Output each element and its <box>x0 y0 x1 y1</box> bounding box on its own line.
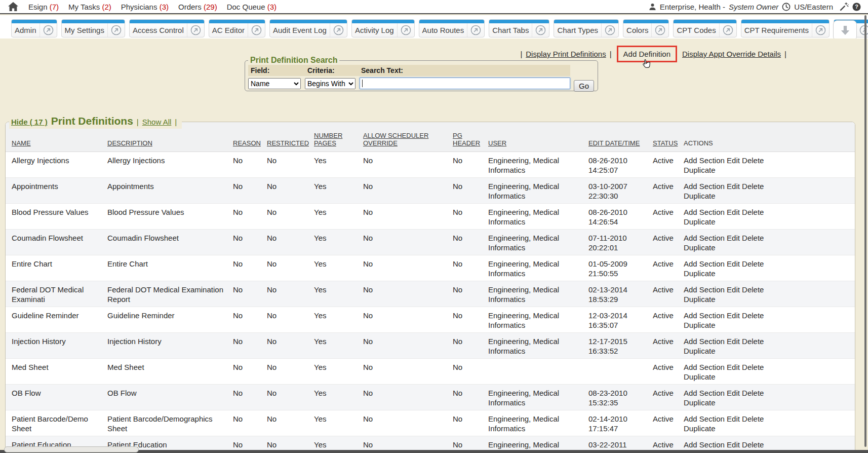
horizontal-scrollbar-thumb[interactable] <box>4 446 139 452</box>
action-edit[interactable]: Edit <box>727 234 740 242</box>
action-add-section[interactable]: Add Section <box>684 208 725 216</box>
search-text-input[interactable] <box>360 78 570 89</box>
action-add-section[interactable]: Add Section <box>684 311 725 320</box>
tab-access-control[interactable]: Access Control <box>129 19 205 37</box>
action-edit[interactable]: Edit <box>727 285 740 294</box>
action-add-section[interactable]: Add Section <box>684 156 725 165</box>
action-add-section[interactable]: Add Section <box>684 414 725 423</box>
column-header-edit-date-time[interactable]: EDIT DATE/TIME <box>585 122 650 152</box>
nav-orders[interactable]: Orders (29) <box>178 3 217 11</box>
go-button[interactable]: Go <box>574 80 594 92</box>
open-in-new-icon[interactable] <box>815 25 826 35</box>
nav-count-badge: (3) <box>265 3 277 11</box>
action-duplicate[interactable]: Duplicate <box>684 243 716 252</box>
action-edit[interactable]: Edit <box>727 208 740 216</box>
tab-admin[interactable]: Admin <box>11 19 57 37</box>
tab-my-settings[interactable]: My Settings <box>61 19 125 37</box>
action-delete[interactable]: Delete <box>742 234 764 242</box>
action-delete[interactable]: Delete <box>742 414 764 423</box>
action-delete[interactable]: Delete <box>742 311 764 320</box>
action-duplicate[interactable]: Duplicate <box>684 166 716 174</box>
open-in-new-icon[interactable] <box>111 25 122 35</box>
open-in-new-icon[interactable] <box>655 25 665 35</box>
display-appt-override-details-link[interactable]: Display Appt Override Details <box>682 50 781 58</box>
action-delete[interactable]: Delete <box>742 285 764 294</box>
more-tabs-button[interactable] <box>833 20 857 39</box>
tab-audit-event-log[interactable]: Audit Event Log <box>269 19 347 37</box>
nav-physicians[interactable]: Physicians (3) <box>121 3 169 11</box>
field-select[interactable]: Name <box>248 78 301 89</box>
tab-colors[interactable]: Colors <box>623 19 669 37</box>
action-add-section[interactable]: Add Section <box>684 440 725 449</box>
action-delete[interactable]: Delete <box>742 182 764 191</box>
tab-cpt-requirements[interactable]: CPT Requirements <box>741 19 830 37</box>
tab-cpt-codes[interactable]: CPT Codes <box>673 19 736 37</box>
action-edit[interactable]: Edit <box>727 182 740 191</box>
nav-my-tasks[interactable]: My Tasks (2) <box>68 3 111 11</box>
tab-chart-types[interactable]: Chart Types <box>554 19 619 37</box>
tab-chart-tabs[interactable]: Chart Tabs <box>489 19 549 37</box>
column-header-restricted[interactable]: RESTRICTED <box>264 122 311 152</box>
vertical-scrollbar[interactable] <box>864 15 866 447</box>
action-add-section[interactable]: Add Section <box>684 285 725 294</box>
action-edit[interactable]: Edit <box>727 337 740 346</box>
action-delete[interactable]: Delete <box>742 259 764 268</box>
column-header-allow-scheduler-override[interactable]: ALLOW SCHEDULER OVERRIDE <box>360 122 450 152</box>
action-add-section[interactable]: Add Section <box>684 337 725 346</box>
tab-activity-log[interactable]: Activity Log <box>351 19 415 37</box>
action-duplicate[interactable]: Duplicate <box>684 269 716 278</box>
action-add-section[interactable]: Add Section <box>684 259 725 268</box>
action-delete[interactable]: Delete <box>742 337 764 346</box>
column-header-user[interactable]: USER <box>485 122 585 152</box>
action-delete[interactable]: Delete <box>742 389 764 397</box>
open-in-new-icon[interactable] <box>605 25 615 35</box>
nav-esign[interactable]: Esign (7) <box>28 3 59 11</box>
action-delete[interactable]: Delete <box>742 440 764 449</box>
add-definition-link[interactable]: Add Definition <box>617 46 677 62</box>
action-edit[interactable]: Edit <box>727 156 740 165</box>
tab-auto-routes[interactable]: Auto Routes <box>419 19 485 37</box>
action-delete[interactable]: Delete <box>742 156 764 165</box>
action-add-section[interactable]: Add Section <box>684 234 725 242</box>
action-duplicate[interactable]: Duplicate <box>684 347 716 355</box>
action-edit[interactable]: Edit <box>727 311 740 320</box>
open-in-new-icon[interactable] <box>859 25 868 35</box>
open-in-new-icon[interactable] <box>190 25 201 35</box>
action-duplicate[interactable]: Duplicate <box>684 372 716 381</box>
open-in-new-icon[interactable] <box>401 25 411 35</box>
action-duplicate[interactable]: Duplicate <box>684 321 716 329</box>
action-edit[interactable]: Edit <box>727 363 740 371</box>
column-header-reason[interactable]: REASON <box>230 122 264 152</box>
open-in-new-icon[interactable] <box>723 25 733 35</box>
action-duplicate[interactable]: Duplicate <box>684 295 716 304</box>
action-duplicate[interactable]: Duplicate <box>684 424 716 433</box>
open-in-new-icon[interactable] <box>535 25 546 35</box>
criteria-select[interactable]: Begins With <box>305 78 356 89</box>
column-header-status[interactable]: STATUS <box>650 122 681 152</box>
action-duplicate[interactable]: Duplicate <box>684 192 716 200</box>
open-in-new-icon[interactable] <box>333 25 344 35</box>
show-all-link[interactable]: Show All <box>142 118 172 126</box>
open-in-new-icon[interactable] <box>43 25 54 35</box>
action-edit[interactable]: Edit <box>727 440 740 449</box>
column-header-number-pages[interactable]: NUMBER PAGES <box>311 122 360 152</box>
action-edit[interactable]: Edit <box>727 389 740 397</box>
action-duplicate[interactable]: Duplicate <box>684 217 716 226</box>
action-add-section[interactable]: Add Section <box>684 389 725 397</box>
help-icon[interactable]: ? <box>852 3 861 11</box>
action-delete[interactable]: Delete <box>742 363 764 371</box>
action-add-section[interactable]: Add Section <box>684 363 725 371</box>
action-delete[interactable]: Delete <box>742 208 764 216</box>
column-header-pg-header[interactable]: PG HEADER <box>450 122 485 152</box>
action-duplicate[interactable]: Duplicate <box>684 398 716 407</box>
hide-link[interactable]: Hide ( 17 ) <box>11 118 48 126</box>
wand-icon[interactable] <box>839 2 849 12</box>
action-add-section[interactable]: Add Section <box>684 182 725 191</box>
home-icon[interactable] <box>8 2 18 11</box>
open-in-new-icon[interactable] <box>470 25 481 35</box>
action-edit[interactable]: Edit <box>727 414 740 423</box>
action-edit[interactable]: Edit <box>727 259 740 268</box>
open-in-new-icon[interactable] <box>251 25 262 35</box>
tab-ac-editor[interactable]: AC Editor <box>209 19 265 37</box>
nav-doc-queue[interactable]: Doc Queue (3) <box>227 3 277 11</box>
